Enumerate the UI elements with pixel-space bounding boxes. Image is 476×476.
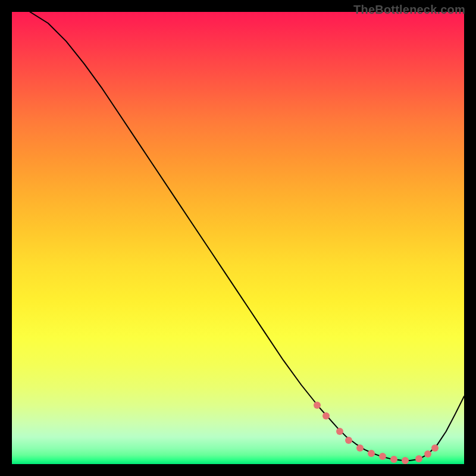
data-marker — [322, 412, 330, 419]
data-marker — [390, 456, 397, 463]
data-marker — [314, 402, 321, 409]
data-marker — [402, 457, 409, 464]
chart-root: TheBottleneck.com — [0, 0, 476, 476]
data-marker — [368, 450, 375, 457]
data-marker — [424, 450, 431, 458]
data-marker — [415, 455, 422, 462]
data-marker — [379, 453, 386, 460]
bottleneck-curve — [30, 12, 464, 461]
plot-area — [12, 12, 464, 464]
data-marker — [336, 428, 343, 435]
data-marker — [431, 444, 439, 452]
data-marker — [356, 444, 364, 452]
curve-layer — [12, 12, 464, 464]
data-marker — [345, 437, 352, 444]
